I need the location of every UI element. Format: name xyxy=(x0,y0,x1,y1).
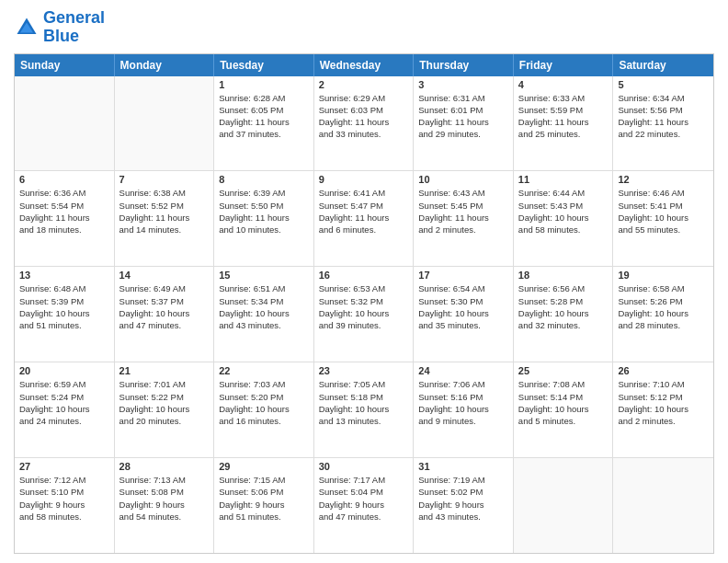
calendar-cell: 19Sunrise: 6:58 AMSunset: 5:26 PMDayligh… xyxy=(613,267,713,362)
sunrise-text: Sunrise: 7:03 AM xyxy=(219,378,309,390)
calendar-cell: 12Sunrise: 6:46 AMSunset: 5:41 PMDayligh… xyxy=(613,171,713,266)
sunrise-text: Sunrise: 7:10 AM xyxy=(618,378,709,390)
daylight-text-1: Daylight: 11 hours xyxy=(319,212,409,224)
sunrise-text: Sunrise: 6:51 AM xyxy=(219,282,309,294)
calendar-cell: 23Sunrise: 7:05 AMSunset: 5:18 PMDayligh… xyxy=(314,362,415,457)
sunrise-text: Sunrise: 7:19 AM xyxy=(418,474,508,486)
daylight-text-1: Daylight: 10 hours xyxy=(319,307,409,319)
daylight-text-1: Daylight: 10 hours xyxy=(219,307,309,319)
sunset-text: Sunset: 5:14 PM xyxy=(518,391,609,403)
sunrise-text: Sunrise: 6:54 AM xyxy=(418,282,508,294)
daylight-text-1: Daylight: 11 hours xyxy=(319,116,409,128)
sunset-text: Sunset: 5:18 PM xyxy=(319,391,409,403)
calendar-cell: 18Sunrise: 6:56 AMSunset: 5:28 PMDayligh… xyxy=(514,267,614,362)
day-number: 1 xyxy=(219,79,309,90)
sunset-text: Sunset: 5:08 PM xyxy=(119,486,210,498)
sunset-text: Sunset: 5:02 PM xyxy=(418,486,508,498)
calendar-cell: 3Sunrise: 6:31 AMSunset: 6:01 PMDaylight… xyxy=(414,76,514,171)
calendar: SundayMondayTuesdayWednesdayThursdayFrid… xyxy=(14,53,714,554)
sunrise-text: Sunrise: 6:34 AM xyxy=(618,92,709,104)
calendar-row-2: 13Sunrise: 6:48 AMSunset: 5:39 PMDayligh… xyxy=(15,267,713,362)
daylight-text-2: and 51 minutes. xyxy=(19,319,109,331)
day-number: 11 xyxy=(518,174,609,185)
daylight-text-2: and 2 minutes. xyxy=(618,415,709,427)
calendar-cell: 7Sunrise: 6:38 AMSunset: 5:52 PMDaylight… xyxy=(115,171,215,266)
sunset-text: Sunset: 5:26 PM xyxy=(618,295,709,307)
calendar-cell: 14Sunrise: 6:49 AMSunset: 5:37 PMDayligh… xyxy=(115,267,215,362)
calendar-cell: 21Sunrise: 7:01 AMSunset: 5:22 PMDayligh… xyxy=(115,362,215,457)
daylight-text-1: Daylight: 9 hours xyxy=(119,499,210,511)
daylight-text-2: and 39 minutes. xyxy=(319,319,409,331)
sunset-text: Sunset: 5:24 PM xyxy=(19,391,109,403)
day-number: 3 xyxy=(418,79,508,90)
sunset-text: Sunset: 5:56 PM xyxy=(618,104,709,116)
daylight-text-1: Daylight: 10 hours xyxy=(119,307,210,319)
day-number: 14 xyxy=(119,270,210,281)
header-day-friday: Friday xyxy=(514,54,614,76)
calendar-cell: 30Sunrise: 7:17 AMSunset: 5:04 PMDayligh… xyxy=(314,458,415,553)
calendar-cell: 17Sunrise: 6:54 AMSunset: 5:30 PMDayligh… xyxy=(414,267,514,362)
daylight-text-1: Daylight: 9 hours xyxy=(418,499,508,511)
daylight-text-1: Daylight: 9 hours xyxy=(219,499,309,511)
sunset-text: Sunset: 5:54 PM xyxy=(19,200,109,212)
daylight-text-2: and 47 minutes. xyxy=(119,319,210,331)
sunset-text: Sunset: 6:03 PM xyxy=(319,104,409,116)
sunrise-text: Sunrise: 7:15 AM xyxy=(219,474,309,486)
header-day-sunday: Sunday xyxy=(15,54,115,76)
daylight-text-1: Daylight: 10 hours xyxy=(418,403,508,415)
sunrise-text: Sunrise: 7:08 AM xyxy=(518,378,609,390)
daylight-text-1: Daylight: 10 hours xyxy=(19,403,109,415)
sunset-text: Sunset: 5:52 PM xyxy=(119,200,210,212)
day-number: 23 xyxy=(319,365,409,376)
daylight-text-2: and 6 minutes. xyxy=(319,224,409,236)
day-number: 4 xyxy=(518,79,609,90)
header-day-tuesday: Tuesday xyxy=(214,54,314,76)
daylight-text-1: Daylight: 10 hours xyxy=(119,403,210,415)
calendar-cell xyxy=(115,76,215,171)
daylight-text-2: and 43 minutes. xyxy=(418,511,508,523)
sunrise-text: Sunrise: 6:33 AM xyxy=(518,92,609,104)
daylight-text-2: and 18 minutes. xyxy=(19,224,109,236)
day-number: 29 xyxy=(219,461,309,472)
sunrise-text: Sunrise: 6:48 AM xyxy=(19,282,109,294)
calendar-cell: 22Sunrise: 7:03 AMSunset: 5:20 PMDayligh… xyxy=(214,362,314,457)
daylight-text-2: and 9 minutes. xyxy=(418,415,508,427)
daylight-text-2: and 20 minutes. xyxy=(119,415,210,427)
daylight-text-2: and 5 minutes. xyxy=(518,415,609,427)
sunrise-text: Sunrise: 6:38 AM xyxy=(119,187,210,199)
daylight-text-1: Daylight: 11 hours xyxy=(418,116,508,128)
sunset-text: Sunset: 5:30 PM xyxy=(418,295,508,307)
sunrise-text: Sunrise: 7:01 AM xyxy=(119,378,210,390)
calendar-cell: 16Sunrise: 6:53 AMSunset: 5:32 PMDayligh… xyxy=(314,267,415,362)
sunrise-text: Sunrise: 6:56 AM xyxy=(518,282,609,294)
calendar-cell: 25Sunrise: 7:08 AMSunset: 5:14 PMDayligh… xyxy=(514,362,614,457)
calendar-cell: 9Sunrise: 6:41 AMSunset: 5:47 PMDaylight… xyxy=(314,171,415,266)
day-number: 6 xyxy=(19,174,109,185)
daylight-text-2: and 37 minutes. xyxy=(219,128,309,140)
daylight-text-1: Daylight: 11 hours xyxy=(19,212,109,224)
sunset-text: Sunset: 5:06 PM xyxy=(219,486,309,498)
calendar-cell: 24Sunrise: 7:06 AMSunset: 5:16 PMDayligh… xyxy=(414,362,514,457)
daylight-text-1: Daylight: 10 hours xyxy=(518,403,609,415)
calendar-cell: 27Sunrise: 7:12 AMSunset: 5:10 PMDayligh… xyxy=(15,458,115,553)
header-day-thursday: Thursday xyxy=(414,54,514,76)
logo-text: General Blue xyxy=(43,9,105,46)
logo: General Blue xyxy=(14,9,105,46)
daylight-text-1: Daylight: 11 hours xyxy=(418,212,508,224)
sunset-text: Sunset: 5:45 PM xyxy=(418,200,508,212)
sunset-text: Sunset: 5:16 PM xyxy=(418,391,508,403)
sunrise-text: Sunrise: 7:12 AM xyxy=(19,474,109,486)
day-number: 26 xyxy=(618,365,709,376)
daylight-text-2: and 16 minutes. xyxy=(219,415,309,427)
day-number: 7 xyxy=(119,174,210,185)
sunrise-text: Sunrise: 6:58 AM xyxy=(618,282,709,294)
calendar-row-0: 1Sunrise: 6:28 AMSunset: 6:05 PMDaylight… xyxy=(15,76,713,172)
calendar-cell xyxy=(514,458,614,553)
calendar-cell: 1Sunrise: 6:28 AMSunset: 6:05 PMDaylight… xyxy=(214,76,314,171)
daylight-text-2: and 35 minutes. xyxy=(418,319,508,331)
daylight-text-1: Daylight: 11 hours xyxy=(119,212,210,224)
sunset-text: Sunset: 5:20 PM xyxy=(219,391,309,403)
daylight-text-1: Daylight: 9 hours xyxy=(19,499,109,511)
day-number: 10 xyxy=(418,174,508,185)
day-number: 9 xyxy=(319,174,409,185)
